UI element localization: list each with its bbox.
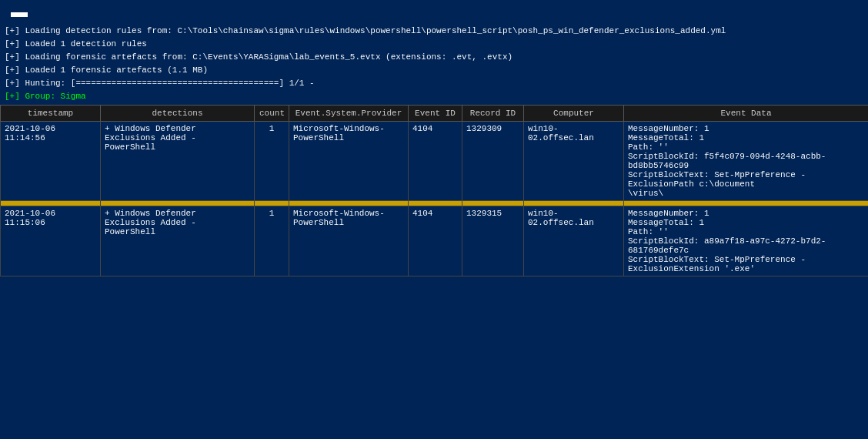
cell-provider — [289, 201, 409, 206]
header-eventdata: Event Data — [624, 106, 869, 122]
header-computer: Computer — [524, 106, 624, 122]
cell-event-id: 4104 — [409, 206, 462, 276]
header-count: count — [255, 106, 289, 122]
log-line-1: [+] Loading detection rules from: C:\Too… — [5, 25, 863, 38]
table-row: 2021-10-06 11:15:06+ Windows Defender Ex… — [1, 206, 869, 276]
table-row — [1, 201, 869, 206]
header-timestamp: timestamp — [1, 106, 101, 122]
chainsaw-logo — [11, 12, 28, 17]
command-bar — [0, 0, 868, 6]
log-line-4: [+] Loaded 1 forensic artefacts (1.1 MB) — [5, 64, 863, 77]
cell-record-id: 1329309 — [462, 122, 524, 201]
cell-event-data: MessageNumber: 1 MessageTotal: 1 Path: '… — [624, 122, 869, 201]
results-table: timestamp detections count Event.System.… — [0, 105, 868, 276]
log-line-2: [+] Loaded 1 detection rules — [5, 38, 863, 51]
terminal-window: [+] Loading detection rules from: C:\Too… — [0, 0, 868, 439]
header-eventid: Event ID — [409, 106, 462, 122]
cell-record_id — [462, 201, 524, 206]
cell-detections: + Windows Defender Exclusions Added - Po… — [101, 206, 255, 276]
header-recordid: Record ID — [462, 106, 524, 122]
cell-timestamp: 2021-10-06 11:15:06 — [1, 206, 101, 276]
cell-computer: win10-02.offsec.lan — [524, 206, 624, 276]
log-section: [+] Loading detection rules from: C:\Too… — [0, 23, 868, 105]
cell-event-id: 4104 — [409, 122, 462, 201]
cell-detections: + Windows Defender Exclusions Added - Po… — [101, 122, 255, 201]
log-line-3: [+] Loading forensic artefacts from: C:\… — [5, 51, 863, 64]
cell-count: 1 — [255, 122, 289, 201]
cell-timestamp — [1, 201, 101, 206]
cell-count: 1 — [255, 206, 289, 276]
cell-event_id — [409, 201, 462, 206]
cell-detections — [101, 201, 255, 206]
header-detections: detections — [101, 106, 255, 122]
cell-timestamp: 2021-10-06 11:14:56 — [1, 122, 101, 201]
results-table-section: timestamp detections count Event.System.… — [0, 105, 868, 439]
cell-computer: win10-02.offsec.lan — [524, 122, 624, 201]
cell-provider: Microsoft-Windows-PowerShell — [289, 206, 409, 276]
cell-event_data — [624, 201, 869, 206]
cell-count — [255, 201, 289, 206]
log-line-5: [+] Hunting: [==========================… — [5, 77, 863, 90]
table-header-row: timestamp detections count Event.System.… — [1, 106, 869, 122]
cell-computer — [524, 201, 624, 206]
logo-section — [0, 6, 868, 23]
table-body: 2021-10-06 11:14:56+ Windows Defender Ex… — [1, 122, 869, 276]
log-line-6: [+] Group: Sigma — [5, 90, 863, 103]
table-row: 2021-10-06 11:14:56+ Windows Defender Ex… — [1, 122, 869, 201]
cell-record-id: 1329315 — [462, 206, 524, 276]
header-provider: Event.System.Provider — [289, 106, 409, 122]
cell-provider: Microsoft-Windows-PowerShell — [289, 122, 409, 201]
cell-event-data: MessageNumber: 1 MessageTotal: 1 Path: '… — [624, 206, 869, 276]
